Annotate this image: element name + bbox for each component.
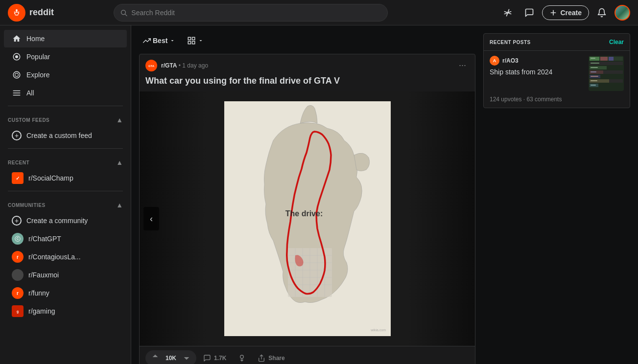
svg-text:wikia.com: wikia.com [370, 328, 386, 332]
post-subreddit-name[interactable]: r/GTA [161, 62, 177, 69]
fauxmoi-name: r/Fauxmoi [28, 271, 108, 279]
comments-button[interactable]: 1.7K [198, 351, 231, 364]
create-button[interactable]: Create [542, 5, 589, 20]
ao3-subreddit-name: r/AO3 [502, 57, 519, 64]
chat-button[interactable] [520, 4, 538, 22]
main-content: Best GTA r/GTA [131, 25, 483, 364]
magic-wand-button[interactable] [499, 4, 517, 22]
sidebar-divider-3 [8, 191, 123, 191]
sidebar-item-popular[interactable]: Popular [4, 48, 127, 66]
create-label: Create [560, 9, 582, 17]
custom-feeds-toggle-icon: ▲ [116, 116, 123, 124]
upvote-button[interactable] [148, 352, 162, 364]
community-item-contagiousla[interactable]: r r/ContagiousLa... ☆ [4, 248, 127, 266]
post-header: GTA r/GTA • 1 day ago ··· [140, 54, 475, 75]
home-icon [12, 34, 22, 44]
recent-post-item-ao3[interactable]: A r/AO3 Ship stats from 2024 [484, 51, 630, 96]
notifications-button[interactable] [593, 4, 611, 22]
create-custom-feed-plus-icon: + [12, 131, 22, 140]
ao3-subreddit-avatar: A [490, 56, 499, 66]
svg-rect-59 [591, 67, 598, 68]
app-body: Home Popular Explore [0, 25, 638, 364]
share-label: Share [268, 355, 284, 362]
gaming-avatar: g [12, 305, 24, 317]
search-input[interactable] [131, 9, 381, 17]
recent-item-socialchamp[interactable]: ✓ r/SocialChamp [4, 169, 127, 187]
post-title: What car you using for the final drive o… [140, 75, 475, 91]
svg-text:C: C [17, 237, 19, 240]
community-item-chatgpt[interactable]: C r/ChatGPT ☆ [4, 230, 127, 248]
logo-area[interactable]: reddit [8, 4, 106, 22]
sidebar-item-explore[interactable]: Explore [4, 66, 127, 84]
comment-count-text: 63 comments [526, 96, 562, 103]
recent-title: RECENT [8, 160, 29, 165]
app-header: reddit Create [0, 0, 638, 25]
post-image-area: ‹ [140, 91, 475, 346]
community-item-funny[interactable]: r r/funny ☆ [4, 284, 127, 302]
community-item-gaming[interactable]: g r/gaming ☆ [4, 302, 127, 320]
svg-text:The drive:: The drive: [285, 209, 322, 218]
clear-recent-posts-button[interactable]: Clear [609, 39, 624, 46]
right-panel: RECENT POSTS Clear A r/AO3 Ship stats fr… [483, 25, 638, 364]
widget-header: RECENT POSTS Clear [484, 34, 630, 51]
svg-point-1 [14, 12, 16, 14]
recent-posts-widget: RECENT POSTS Clear A r/AO3 Ship stats fr… [483, 33, 630, 108]
share-button[interactable]: Share [253, 351, 289, 364]
downvote-button[interactable] [180, 352, 193, 364]
explore-icon [12, 70, 22, 80]
post-time: 1 day ago [182, 62, 208, 69]
image-prev-arrow[interactable]: ‹ [143, 207, 159, 230]
gta-map-wrapper: ‹ [140, 91, 475, 346]
recent-section-header[interactable]: RECENT ▲ [0, 153, 131, 168]
sidebar-divider-1 [8, 106, 123, 106]
popular-label: Popular [26, 53, 50, 61]
view-toggle-button[interactable] [183, 33, 208, 48]
svg-rect-22 [192, 42, 195, 44]
ao3-avatar-initial: A [493, 58, 496, 63]
svg-point-11 [15, 73, 19, 77]
post-meta: r/GTA • 1 day ago [161, 62, 208, 69]
post-more-button[interactable]: ··· [456, 59, 469, 71]
ao3-post-thumbnail [589, 56, 624, 91]
create-community-plus-icon: + [12, 216, 22, 226]
svg-rect-61 [591, 76, 598, 77]
contagiousla-name: r/ContagiousLa... [28, 253, 108, 261]
svg-rect-63 [591, 85, 596, 86]
share-icon [258, 354, 265, 362]
search-bar[interactable] [114, 4, 388, 22]
svg-point-10 [13, 71, 20, 78]
search-icon [120, 9, 127, 17]
svg-rect-21 [189, 42, 191, 44]
svg-text:GTA: GTA [148, 64, 155, 67]
fauxmoi-avatar [12, 269, 24, 281]
svg-text:g: g [17, 310, 19, 314]
sort-label: Best [153, 37, 167, 45]
sidebar-item-home[interactable]: Home [4, 30, 127, 47]
communities-section-header[interactable]: COMMUNITIES ▲ [0, 195, 131, 211]
custom-feeds-title: CUSTOM FEEDS [8, 117, 49, 123]
create-community-item[interactable]: + Create a community [4, 212, 127, 229]
ao3-post-title: Ship stats from 2024 [490, 68, 585, 76]
reddit-logo-icon [8, 4, 25, 22]
svg-point-0 [11, 7, 22, 18]
create-custom-feed-item[interactable]: + Create a custom feed [4, 127, 127, 144]
header-actions: Create [499, 4, 630, 22]
custom-feeds-section-header[interactable]: CUSTOM FEEDS ▲ [0, 110, 131, 126]
user-avatar[interactable] [614, 5, 630, 21]
recent-toggle-icon: ▲ [116, 159, 123, 166]
gta-map: The drive: wikia.com [224, 101, 391, 336]
sidebar-item-all[interactable]: All [4, 84, 127, 102]
contagiousla-avatar: r [12, 251, 24, 263]
award-button[interactable] [233, 351, 251, 364]
gaming-name: r/gaming [28, 307, 108, 315]
community-item-fauxmoi[interactable]: r/Fauxmoi ☆ [4, 266, 127, 284]
award-icon [238, 354, 246, 362]
vote-count: 10K [164, 355, 178, 362]
svg-point-3 [16, 9, 18, 11]
create-community-label: Create a community [26, 217, 88, 225]
sort-best-button[interactable]: Best [139, 34, 179, 47]
explore-label: Explore [26, 71, 49, 79]
all-label: All [26, 89, 34, 97]
ao3-post-stats: 124 upvotes · 63 comments [484, 96, 630, 108]
communities-toggle-icon: ▲ [116, 201, 123, 209]
